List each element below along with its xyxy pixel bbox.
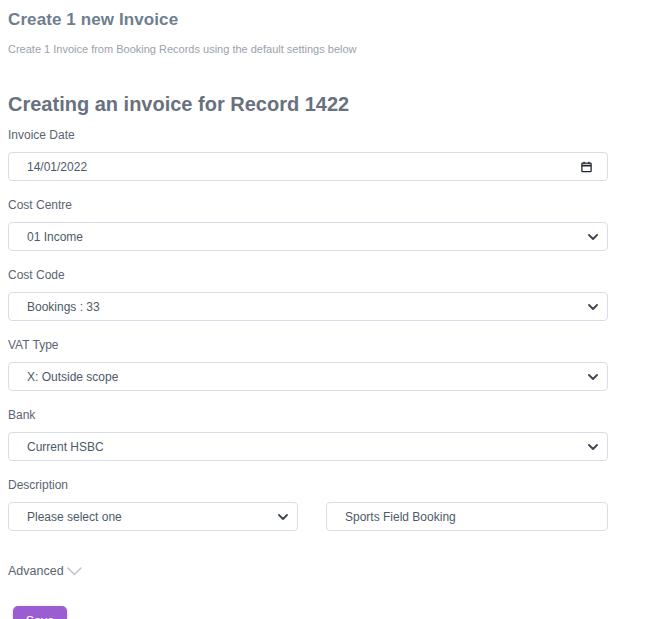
chevron-down-icon bbox=[588, 234, 598, 240]
cost-code-label: Cost Code bbox=[8, 269, 662, 282]
cost-code-group: Cost Code Bookings : 33 bbox=[8, 269, 662, 321]
description-text-input[interactable] bbox=[326, 502, 608, 531]
invoice-date-label: Invoice Date bbox=[8, 129, 662, 142]
section-heading: Creating an invoice for Record 1422 bbox=[8, 93, 662, 115]
cost-centre-value: 01 Income bbox=[27, 230, 83, 244]
invoice-date-input[interactable]: 14/01/2022 bbox=[8, 152, 608, 181]
cost-centre-select[interactable]: 01 Income bbox=[8, 222, 608, 251]
bank-value: Current HSBC bbox=[27, 440, 104, 454]
description-label: Description bbox=[8, 479, 662, 492]
chevron-down-icon bbox=[588, 304, 598, 310]
cost-centre-group: Cost Centre 01 Income bbox=[8, 199, 662, 251]
description-group: Description Please select one bbox=[8, 479, 662, 531]
invoice-form: Invoice Date 14/01/2022 Cost Centre 01 I… bbox=[8, 129, 662, 619]
advanced-toggle[interactable]: Advanced bbox=[8, 564, 82, 578]
bank-group: Bank Current HSBC bbox=[8, 409, 662, 461]
chevron-down-icon bbox=[67, 567, 82, 576]
save-button[interactable]: Save bbox=[13, 606, 67, 619]
vat-type-group: VAT Type X: Outside scope bbox=[8, 339, 662, 391]
calendar-icon[interactable] bbox=[580, 160, 593, 173]
advanced-label: Advanced bbox=[8, 564, 64, 578]
cost-code-value: Bookings : 33 bbox=[27, 300, 100, 314]
vat-type-value: X: Outside scope bbox=[27, 370, 118, 384]
page-subtitle: Create 1 Invoice from Booking Records us… bbox=[8, 43, 662, 55]
description-select[interactable]: Please select one bbox=[8, 502, 298, 531]
vat-type-select[interactable]: X: Outside scope bbox=[8, 362, 608, 391]
chevron-down-icon bbox=[588, 444, 598, 450]
bank-label: Bank bbox=[8, 409, 662, 422]
chevron-down-icon bbox=[588, 374, 598, 380]
description-row: Please select one bbox=[8, 502, 662, 531]
cost-code-select[interactable]: Bookings : 33 bbox=[8, 292, 608, 321]
invoice-date-value: 14/01/2022 bbox=[27, 160, 87, 174]
page-title: Create 1 new Invoice bbox=[8, 10, 662, 29]
bank-select[interactable]: Current HSBC bbox=[8, 432, 608, 461]
description-select-value: Please select one bbox=[27, 510, 122, 524]
invoice-date-group: Invoice Date 14/01/2022 bbox=[8, 129, 662, 181]
create-invoice-page: Create 1 new Invoice Create 1 Invoice fr… bbox=[0, 0, 662, 619]
chevron-down-icon bbox=[278, 514, 288, 520]
cost-centre-label: Cost Centre bbox=[8, 199, 662, 212]
vat-type-label: VAT Type bbox=[8, 339, 662, 352]
